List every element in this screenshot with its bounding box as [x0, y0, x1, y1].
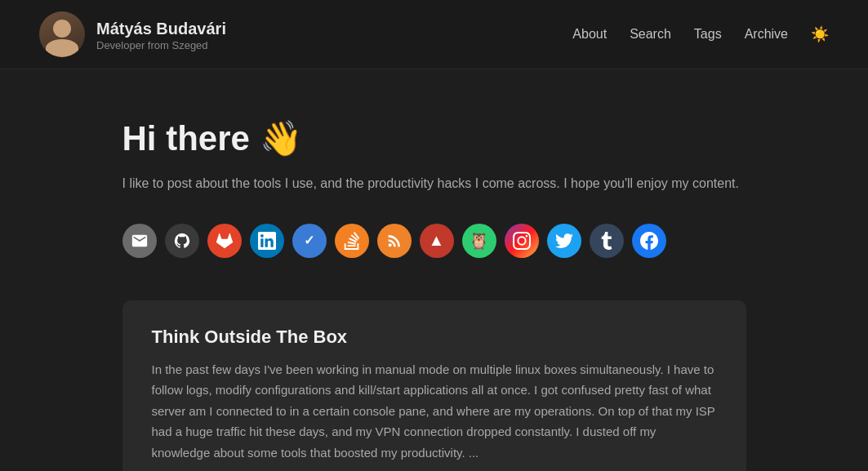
social-facebook[interactable] — [632, 224, 666, 258]
social-icons-row: ✓ ▲ 🦉 — [122, 224, 746, 258]
social-linkedin[interactable] — [250, 224, 284, 258]
hero-title: Hi there 👋 — [122, 118, 746, 158]
social-tumblr[interactable] — [590, 224, 624, 258]
social-v[interactable]: ✓ — [292, 224, 327, 258]
social-gmail[interactable] — [122, 224, 157, 258]
blog-post-card: Think Outside The Box In the past few da… — [122, 300, 746, 471]
social-owlet[interactable]: 🦉 — [462, 224, 496, 258]
nav-search[interactable]: Search — [630, 27, 671, 42]
main-nav: About Search Tags Archive ☀️ — [572, 25, 829, 43]
hero-description: I like to post about the tools I use, an… — [122, 173, 746, 194]
author-subtitle: Developer from Szeged — [96, 39, 226, 51]
nav-archive[interactable]: Archive — [745, 27, 788, 42]
header-brand: Mátyás Budavári Developer from Szeged — [39, 11, 226, 57]
theme-toggle-button[interactable]: ☀️ — [811, 25, 829, 43]
social-gitlab[interactable] — [207, 224, 242, 258]
post-title[interactable]: Think Outside The Box — [152, 327, 717, 348]
social-twitter[interactable] — [547, 224, 581, 258]
social-stackoverflow[interactable] — [335, 224, 369, 258]
social-rss[interactable] — [377, 224, 412, 258]
post-excerpt: In the past few days I've been working i… — [152, 359, 717, 464]
main-content: Hi there 👋 I like to post about the tool… — [83, 69, 786, 471]
social-codepen[interactable]: ▲ — [420, 224, 454, 258]
nav-about[interactable]: About — [572, 27, 607, 42]
social-instagram[interactable] — [505, 224, 539, 258]
avatar — [39, 11, 85, 57]
social-github[interactable] — [165, 224, 199, 258]
author-info: Mátyás Budavári Developer from Szeged — [96, 18, 226, 51]
site-header: Mátyás Budavári Developer from Szeged Ab… — [0, 0, 868, 69]
nav-tags[interactable]: Tags — [694, 27, 722, 42]
author-name: Mátyás Budavári — [96, 18, 226, 39]
